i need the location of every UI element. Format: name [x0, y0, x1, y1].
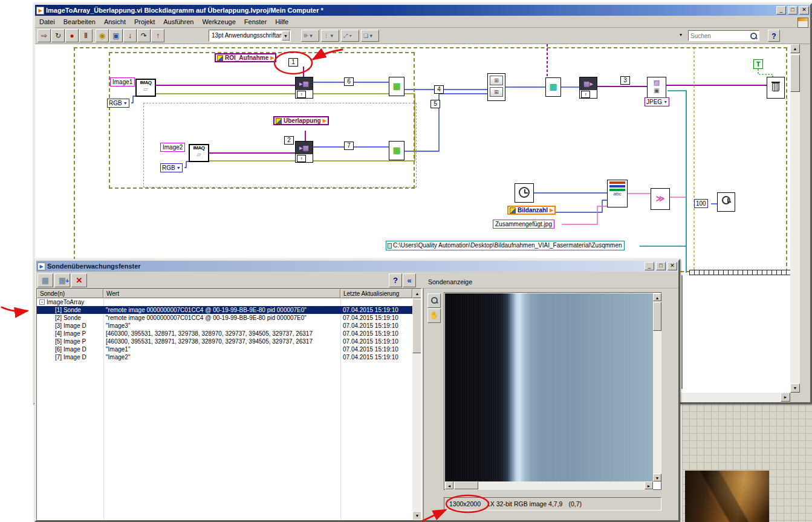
menu-fenster[interactable]: Fenster — [240, 17, 271, 27]
pause-button[interactable]: Ⅱ — [79, 29, 93, 42]
image1-constant[interactable]: Image1 — [110, 77, 135, 86]
probe-row-1[interactable]: [1] Sonde"remote image 0000000007C01CC4 … — [37, 306, 412, 314]
menu-hilfe[interactable]: Hilfe — [271, 17, 293, 27]
build-array-node[interactable]: ⊞⊞ — [487, 73, 505, 101]
scroll-right-icon[interactable]: ► — [645, 481, 653, 489]
tick-count-node[interactable] — [515, 183, 534, 203]
menu-datei[interactable]: Datei — [35, 17, 59, 27]
bildanzahl-probe[interactable]: Bildanzahl▶ — [507, 206, 556, 215]
probe-image[interactable] — [445, 293, 653, 481]
scroll-down-icon[interactable]: ▼ — [790, 383, 800, 393]
run-continuous-button[interactable]: ↻ — [51, 29, 65, 42]
column-header-wert[interactable]: Wert — [103, 289, 340, 298]
resize-objects-dropdown[interactable]: ⤢ ▾ — [341, 30, 359, 42]
filename-constant[interactable]: Zusammengefügt.jpg — [493, 220, 554, 229]
probe-row-5[interactable]: [5] Image P[460300, 395531, 328971, 3297… — [37, 338, 412, 345]
probe-panel-button[interactable]: ▦ — [37, 273, 53, 287]
font-selector[interactable]: 13pt Anwendungsschriftart▼ — [209, 30, 291, 42]
image-v-thumb[interactable] — [653, 302, 661, 331]
rgb-type-selector-1[interactable]: RGB▼ — [107, 99, 129, 108]
align-objects-dropdown[interactable]: ⊪ ▾ — [301, 30, 319, 42]
probe-number-7[interactable]: 7 — [344, 142, 354, 150]
scroll-down-icon[interactable]: ▼ — [653, 474, 661, 481]
ueberlappung-probe[interactable]: Überlappung▶ — [273, 116, 329, 125]
path-constant[interactable]: C:\Users\Quality Automation\Desktop\Bild… — [386, 241, 625, 250]
rgb-type-selector-2[interactable]: RGB▼ — [160, 163, 183, 172]
maximize-button[interactable]: □ — [788, 6, 797, 15]
menu-projekt[interactable]: Projekt — [130, 17, 159, 27]
menu-werkzeuge[interactable]: Werkzeuge — [198, 17, 239, 27]
probe-number-5[interactable]: 5 — [430, 100, 440, 108]
pane-splitter[interactable] — [421, 289, 424, 520]
search-icon[interactable] — [750, 32, 758, 40]
image-to-array-node-1[interactable]: ▸▦↑ — [295, 77, 313, 99]
column-header-aktualisierung[interactable]: Letzte Aktualisierung — [340, 289, 412, 298]
concatenate-strings-node[interactable]: ≫ — [651, 188, 670, 210]
array-to-image-node[interactable]: ▦▸↑ — [579, 77, 597, 99]
image-horizontal-scrollbar[interactable]: ◄ ► — [445, 481, 653, 490]
vertical-scrollbar[interactable]: ▲ ▼ — [790, 44, 800, 393]
search-scope-dropdown[interactable]: ▾ — [680, 32, 682, 38]
scroll-up-icon[interactable]: ▲ — [790, 44, 800, 53]
wait-ms-node[interactable] — [717, 192, 735, 212]
search-input[interactable] — [689, 33, 750, 39]
wait-ms-constant[interactable]: 100 — [694, 199, 708, 208]
write-jpeg-file-node[interactable]: ▨▣ — [647, 77, 666, 99]
help-button[interactable]: ? — [389, 273, 402, 287]
menu-ansicht[interactable]: Ansicht — [100, 17, 130, 27]
highlight-execution-button[interactable]: ◉ — [96, 29, 109, 42]
help-button[interactable]: ? — [768, 30, 780, 42]
imaq-create-node-1[interactable]: IMAQ▱ — [135, 79, 156, 97]
probe-row-2[interactable]: [2] Sonde"remote image 0000000007C01CC4 … — [37, 314, 412, 322]
image-h-thumb[interactable] — [454, 481, 478, 489]
probe-row-7[interactable]: [7] Image D"Image2"07.04.2015 15:19:10 — [37, 353, 412, 361]
minimize-button[interactable]: _ — [645, 262, 654, 270]
chevron-down-icon[interactable]: ▼ — [282, 31, 290, 41]
dispose-image-node[interactable] — [767, 77, 785, 99]
step-out-button[interactable]: ↑ — [151, 29, 164, 42]
format-into-string-node[interactable]: abc — [607, 180, 628, 207]
array-subset-node-1[interactable]: ▦ — [389, 77, 404, 96]
image-to-array-node-2[interactable]: ▸▦↑ — [295, 141, 313, 163]
menu-bearbeiten[interactable]: Bearbeiten — [59, 17, 100, 27]
step-into-button[interactable]: ↓ — [123, 29, 137, 42]
zoom-tool-button[interactable] — [427, 293, 441, 308]
minimize-button[interactable]: _ — [776, 6, 786, 15]
probe-row-4[interactable]: [4] Image P[460300, 395531, 328971, 3297… — [37, 330, 412, 338]
pan-tool-button[interactable]: ✋ — [427, 308, 441, 323]
close-button[interactable]: ✕ — [799, 6, 809, 15]
image2-constant[interactable]: Image2 — [160, 143, 185, 152]
distribute-objects-dropdown[interactable]: ⋮ ▾ — [321, 30, 339, 42]
delete-probe-button[interactable]: ✕ — [71, 273, 87, 287]
probe-number-6[interactable]: 6 — [344, 77, 354, 86]
maximize-button[interactable]: □ — [656, 262, 666, 270]
array-subset-node-3[interactable]: ▦ — [389, 141, 404, 160]
jpeg-format-selector[interactable]: JPEG▼ — [645, 97, 669, 106]
tree-root-row[interactable]: - ImageToArray — [37, 298, 412, 306]
probe-row-3[interactable]: [3] Image D"Image3"07.04.2015 15:19:10 — [37, 322, 412, 330]
probe-number-2[interactable]: 2 — [284, 136, 294, 145]
retain-wire-values-button[interactable]: ▣ — [109, 29, 123, 42]
title-bar[interactable]: ▶ ImageToArray_Überlappung.vi Blockdiagr… — [35, 5, 810, 16]
close-button[interactable]: ✕ — [667, 262, 677, 270]
menu-ausfuehren[interactable]: Ausführen — [159, 17, 198, 27]
table-vertical-scrollbar[interactable]: ▲ ▼ — [412, 289, 421, 520]
true-constant[interactable]: T — [753, 59, 763, 69]
imaq-create-node-2[interactable]: IMAQ▱ — [189, 144, 209, 162]
scroll-left-icon[interactable]: ◄ — [445, 481, 453, 489]
column-header-sonden[interactable]: Sonde(n) — [37, 289, 103, 298]
step-over-button[interactable]: ↷ — [137, 29, 151, 42]
tree-collapse-toggle[interactable]: - — [39, 299, 45, 305]
abort-button[interactable]: ● — [65, 29, 79, 42]
title-bar[interactable]: ▶ Sondenüberwachungsfenster _ □ ✕ — [36, 261, 678, 272]
scroll-up-icon[interactable]: ▲ — [653, 293, 661, 301]
run-button[interactable]: ⇨ — [37, 29, 51, 42]
table-scroll-thumb[interactable] — [412, 299, 421, 353]
probe-row-6[interactable]: [6] Image D"Image1"07.04.2015 15:19:10 — [37, 345, 412, 353]
vertical-scroll-thumb[interactable] — [790, 54, 800, 92]
image-vertical-scrollbar[interactable]: ▲ ▼ — [653, 293, 661, 481]
scroll-down-icon[interactable]: ▼ — [412, 511, 421, 520]
roi-aufnahme-probe[interactable]: ROI_Aufnahme▶ — [215, 53, 276, 62]
reorder-dropdown[interactable]: ❏ ▾ — [361, 30, 379, 42]
scroll-right-icon[interactable]: ► — [781, 393, 790, 402]
